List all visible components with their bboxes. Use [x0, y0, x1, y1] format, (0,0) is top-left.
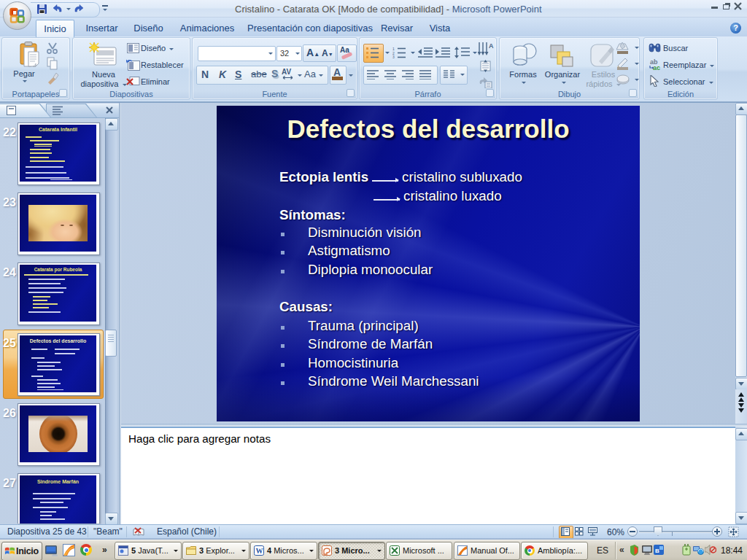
svg-text:AV: AV [282, 68, 291, 76]
svg-text:W: W [256, 547, 263, 555]
svg-text:B: B [655, 548, 659, 554]
svg-text:ac: ac [653, 64, 660, 71]
svg-text:3: 3 [392, 55, 395, 58]
svg-text:A: A [489, 42, 494, 50]
